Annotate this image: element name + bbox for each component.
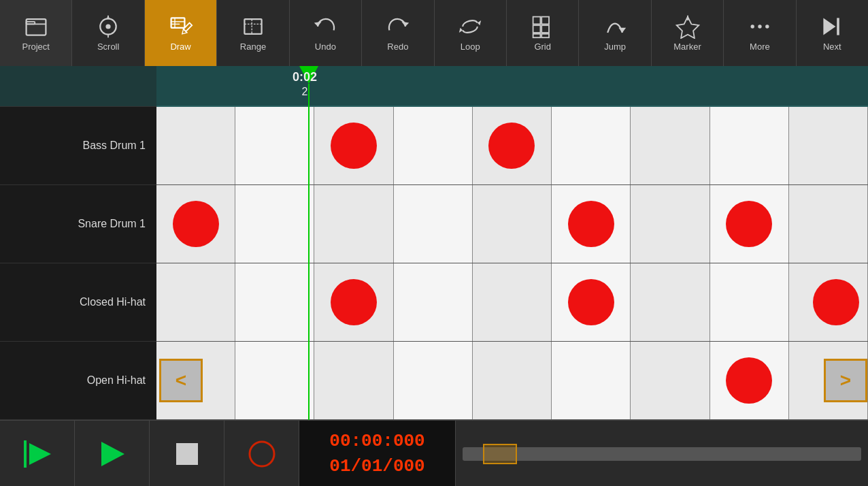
grid-cell[interactable]: < xyxy=(156,342,235,419)
loop-label: Loop xyxy=(461,42,480,52)
track-labels: Bass Drum 1 Snare Drum 1 Closed Hi-hat O… xyxy=(0,66,156,420)
svg-marker-25 xyxy=(618,28,626,33)
scroll-left-arrow[interactable]: < xyxy=(159,359,203,402)
grid-cell[interactable] xyxy=(710,107,789,184)
scroll-right-arrow[interactable]: > xyxy=(824,359,867,402)
grid-cell[interactable] xyxy=(314,107,393,184)
time-display: 00:00:000 01/01/000 xyxy=(299,421,456,486)
grid-cell[interactable] xyxy=(156,263,235,341)
marker-label: Marker xyxy=(673,42,701,52)
next-label: Next xyxy=(823,42,841,52)
time-display-line1: 00:00:000 xyxy=(329,429,424,453)
note-dot[interactable] xyxy=(331,279,377,325)
grid-cell[interactable] xyxy=(473,263,552,341)
svg-point-28 xyxy=(750,25,754,28)
scroll-button[interactable]: Scroll xyxy=(72,0,144,66)
grid-cell[interactable] xyxy=(156,107,235,184)
grid-cell[interactable] xyxy=(552,107,631,184)
grid-cell[interactable] xyxy=(394,107,473,184)
grid-cell[interactable] xyxy=(235,342,314,419)
grid-cell[interactable] xyxy=(394,342,473,419)
grid-cell[interactable] xyxy=(710,342,789,419)
note-dot[interactable] xyxy=(813,279,859,325)
more-button[interactable]: More xyxy=(724,0,796,66)
undo-button[interactable]: Undo xyxy=(290,0,362,66)
grid-cell[interactable] xyxy=(552,185,631,263)
grid-cell[interactable] xyxy=(314,342,393,419)
note-dot[interactable] xyxy=(726,201,772,247)
note-dot[interactable] xyxy=(726,357,772,404)
track-label-closed-hihat: Closed Hi-hat xyxy=(0,263,156,342)
grid-button[interactable]: Grid xyxy=(507,0,579,66)
svg-marker-15 xyxy=(314,22,322,27)
grid-cell[interactable] xyxy=(710,185,789,263)
range-label: Range xyxy=(240,42,266,52)
note-dot[interactable] xyxy=(568,279,614,325)
jump-button[interactable]: Jump xyxy=(579,0,651,66)
note-dot[interactable] xyxy=(488,123,535,169)
stop-button[interactable] xyxy=(150,421,224,486)
play-from-start-button[interactable] xyxy=(0,421,75,486)
note-dot[interactable] xyxy=(331,123,377,169)
svg-rect-20 xyxy=(541,17,549,25)
note-dot[interactable] xyxy=(568,201,614,247)
loop-button[interactable]: Loop xyxy=(435,0,507,66)
record-button[interactable] xyxy=(224,421,299,486)
project-button[interactable]: Project xyxy=(0,0,72,66)
closed-hihat-row xyxy=(156,263,868,342)
grid-cell[interactable] xyxy=(789,185,868,263)
grid-cell[interactable] xyxy=(314,185,393,263)
grid-cell[interactable] xyxy=(235,107,314,184)
track-label-snare-drum: Snare Drum 1 xyxy=(0,185,156,263)
grid-cell[interactable] xyxy=(235,185,314,263)
transport-bar: 00:00:000 01/01/000 xyxy=(0,420,868,486)
grid-cell[interactable] xyxy=(789,107,868,184)
grid-cell[interactable] xyxy=(552,263,631,341)
project-label: Project xyxy=(22,42,49,52)
progress-indicator[interactable] xyxy=(483,444,517,464)
grid-cell[interactable] xyxy=(631,185,710,263)
svg-rect-22 xyxy=(541,25,549,33)
timeline-header-label xyxy=(0,66,156,107)
grid-cell[interactable] xyxy=(631,342,710,419)
svg-point-30 xyxy=(765,25,769,28)
note-dot[interactable] xyxy=(173,201,219,247)
svg-point-29 xyxy=(758,25,761,28)
svg-marker-32 xyxy=(824,18,836,35)
grid-cell[interactable] xyxy=(473,185,552,263)
svg-marker-34 xyxy=(29,443,51,465)
svg-point-37 xyxy=(250,442,274,466)
svg-rect-23 xyxy=(533,34,540,37)
play-button[interactable] xyxy=(75,421,150,486)
grid-cell[interactable] xyxy=(631,263,710,341)
svg-rect-31 xyxy=(837,18,840,35)
grid-cell[interactable] xyxy=(394,263,473,341)
svg-marker-7 xyxy=(106,16,110,19)
grid-cell[interactable] xyxy=(552,342,631,419)
grid-cell[interactable] xyxy=(710,263,789,341)
drum-grid[interactable]: < > xyxy=(156,107,868,420)
grid-cell[interactable] xyxy=(394,185,473,263)
grid-cell[interactable] xyxy=(473,107,552,184)
grid-cell[interactable]: > xyxy=(789,342,868,419)
grid-cell[interactable] xyxy=(314,263,393,341)
range-button[interactable]: Range xyxy=(217,0,289,66)
svg-rect-19 xyxy=(533,17,540,25)
redo-button[interactable]: Redo xyxy=(362,0,434,66)
more-label: More xyxy=(750,42,770,52)
marker-button[interactable]: Marker xyxy=(652,0,724,66)
grid-cell[interactable] xyxy=(631,107,710,184)
timeline-beat-value: 2 xyxy=(293,85,317,99)
grid-label: Grid xyxy=(534,42,551,52)
open-hihat-row: < > xyxy=(156,342,868,420)
grid-cell[interactable] xyxy=(235,263,314,341)
grid-cell[interactable] xyxy=(789,263,868,341)
grid-cell[interactable] xyxy=(473,342,552,419)
next-button[interactable]: Next xyxy=(797,0,868,66)
timeline-header: 0:02 2 xyxy=(156,66,868,107)
draw-button[interactable]: Draw xyxy=(145,0,217,66)
progress-bar[interactable] xyxy=(463,447,861,461)
progress-area[interactable] xyxy=(456,421,868,486)
snare-drum-row xyxy=(156,185,868,263)
grid-cell[interactable] xyxy=(156,185,235,263)
